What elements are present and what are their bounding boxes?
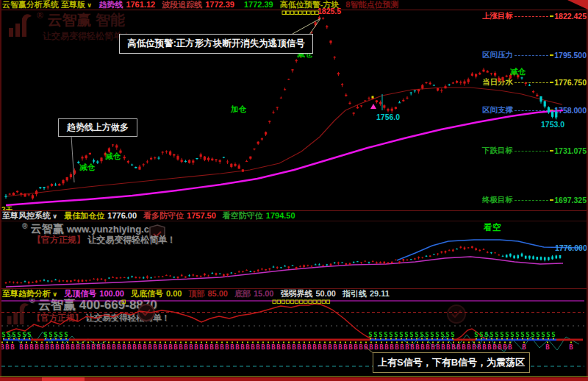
svg-text:S: S [22,331,26,338]
svg-text:S: S [7,331,10,338]
svg-text:S: S [420,331,423,338]
trend-indicator-value: 85.00 [207,289,228,298]
svg-text:B: B [240,343,245,351]
svg-text:S: S [531,331,534,338]
app-title-dropdown[interactable]: 云智赢分析系统 至尊版∨ [2,0,92,10]
svg-text:B: B [163,343,168,351]
svg-text:B: B [297,343,301,351]
svg-text:S: S [54,331,57,338]
chevron-down-icon: ∨ [52,291,57,298]
svg-text:B: B [302,343,306,351]
trend-indicator-value: 50.00 [315,289,336,298]
titlebar-indicator: 1772.39 [241,0,273,10]
svg-text:B: B [482,343,487,351]
svg-text:S: S [536,331,539,338]
bottom-olive-line [0,376,588,377]
bottom-scrollbar[interactable] [0,377,588,381]
svg-text:B: B [117,343,121,351]
risk-indicator: 看多防守位1757.50 [143,211,216,221]
trend-indicator: 指引线29.11 [343,289,390,299]
svg-text:S: S [546,331,550,338]
trend-note-box[interactable]: 趋势线上方做多 [58,118,137,137]
svg-text:B: B [71,343,75,351]
trend-indicator: 强弱界线50.00 [280,289,336,299]
trend-note-text: 趋势线上方做多 [67,121,129,134]
svg-text:B: B [10,343,15,351]
svg-text:S: S [445,331,449,338]
svg-text:S: S [394,331,398,338]
titlebar-indicator-label: 波段追踪线 [162,0,202,9]
svg-text:B: B [276,343,281,351]
svg-text:B: B [50,343,54,351]
svg-text:B: B [307,343,312,351]
svg-text:S: S [12,331,15,338]
alert-annotation-box[interactable]: 高低位预警:正方形方块断开消失为逃顶信号 [119,34,313,54]
trend-panel-title: 至尊趋势分析 [2,289,51,298]
svg-text:B: B [359,343,363,351]
svg-text:B: B [271,343,276,351]
svg-text:B: B [19,343,24,351]
current-price-label: 1753.0 [541,120,564,129]
svg-text:B: B [410,343,415,351]
svg-text:B: B [477,343,481,351]
svg-text:B: B [143,343,147,351]
app-title: 云智赢分析系统 至尊版 [2,0,85,9]
svg-text:B: B [266,343,270,351]
trend-indicator-label: 顶部 [188,289,204,298]
svg-text:B: B [261,343,265,351]
svg-text:S: S [43,331,47,338]
corner-fold-icon[interactable] [566,0,588,10]
risk-panel-title-dropdown[interactable]: 至尊风控系统∨ [2,211,57,221]
svg-text:S: S [1,331,5,338]
svg-text:B: B [354,343,358,351]
svg-text:S: S [409,331,413,338]
svg-text:B: B [384,343,389,351]
svg-text:S: S [440,331,444,338]
svg-text:B: B [86,343,90,351]
window-border-left [0,0,1,381]
svg-text:B: B [545,343,550,351]
svg-text:B: B [256,343,260,351]
svg-text:B: B [446,343,451,351]
svg-text:B: B [333,343,337,351]
trend-indicator: 见顶信号100.00 [64,289,124,299]
titlebar-indicator-value: 1772.39 [205,0,234,9]
svg-text:B: B [91,343,96,351]
svg-text:S: S [515,331,519,338]
svg-text:S: S [384,331,387,338]
risk-panel-header: 至尊风控系统∨ 最佳加仓位1776.00看多防守位1757.50看空防守位179… [0,211,588,221]
risk-indicator-label: 最佳加仓位 [64,211,104,220]
svg-text:B: B [420,343,425,351]
trend-panel-title-dropdown[interactable]: 至尊趋势分析∨ [2,289,57,299]
svg-text:B: B [76,343,80,351]
risk-panel-title: 至尊风控系统 [2,211,51,220]
svg-text:B: B [426,343,430,351]
svg-text:B: B [472,343,476,351]
svg-text:B: B [292,343,296,351]
svg-text:B: B [153,343,157,351]
svg-text:B: B [522,343,526,351]
svg-text:S: S [27,331,31,338]
svg-text:B: B [282,343,286,351]
svg-text:B: B [569,343,573,351]
trend-indicator-value: 15.00 [254,289,274,298]
svg-text:S: S [379,331,382,338]
svg-text:B: B [194,343,198,351]
svg-text:B: B [441,343,445,351]
svg-text:S: S [399,331,403,338]
risk-indicator-value: 1757.50 [187,211,216,220]
svg-text:B: B [328,343,332,351]
alert-annotation-text: 高低位预警:正方形方块断开消失为逃顶信号 [127,38,305,50]
svg-text:S: S [551,331,555,338]
trade-signal-减仓: 减仓 [510,67,526,77]
svg-text:B: B [323,343,327,351]
oscillation-annotation-box[interactable]: 上有S信号，下有B信号，为震荡区 [373,352,530,373]
svg-text:B: B [101,343,106,351]
scrollbar-thumb[interactable] [42,377,85,381]
trend-indicator: 见底信号0.00 [131,289,182,299]
svg-text:B: B [81,343,85,351]
svg-text:B: B [287,343,291,351]
svg-text:B: B [369,343,373,351]
svg-text:B: B [364,343,368,351]
titlebar-indicator: 趋势线1761.12 [98,0,155,10]
